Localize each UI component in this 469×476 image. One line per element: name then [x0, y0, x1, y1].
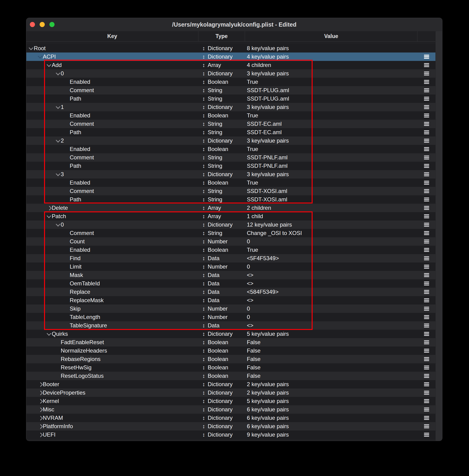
table-row[interactable]: UEFI ↕ Dictionary 9 key/value pairs	[26, 430, 436, 439]
row-menu-icon[interactable]	[424, 140, 429, 141]
disclosure-triangle-icon[interactable]	[65, 164, 70, 168]
row-menu-icon[interactable]	[424, 199, 429, 200]
type-dropdown-icon[interactable]: ↕	[201, 313, 206, 321]
table-row[interactable]: Path ↕ String SSDT-EC.aml	[26, 128, 436, 136]
table-row[interactable]: 3 ↕ Dictionary 3 key/value pairs	[26, 170, 436, 178]
type-dropdown-icon[interactable]: ↕	[201, 389, 206, 397]
type-dropdown-icon[interactable]: ↕	[201, 422, 206, 430]
table-row[interactable]: Enabled ↕ Boolean True	[26, 145, 436, 153]
row-menu-icon[interactable]	[424, 73, 429, 74]
table-row[interactable]: Skip ↕ Number 0	[26, 305, 436, 313]
row-menu-icon[interactable]	[424, 107, 429, 108]
disclosure-triangle-icon[interactable]	[65, 114, 70, 117]
row-menu-icon[interactable]	[424, 241, 429, 242]
type-dropdown-icon[interactable]: ↕	[201, 69, 206, 78]
type-dropdown-icon[interactable]: ↕	[201, 221, 206, 229]
type-dropdown-icon[interactable]: ↕	[201, 111, 206, 120]
disclosure-triangle-icon[interactable]	[65, 181, 70, 184]
type-dropdown-icon[interactable]: ↕	[201, 430, 206, 439]
table-row[interactable]: Patch ↕ Array 1 child	[26, 212, 436, 221]
column-header-key[interactable]: Key	[26, 31, 198, 41]
disclosure-triangle-icon[interactable]	[47, 64, 52, 67]
type-dropdown-icon[interactable]: ↕	[201, 170, 206, 178]
table-row[interactable]: Booter ↕ Dictionary 2 key/value pairs	[26, 380, 436, 389]
column-header-type[interactable]: Type	[198, 31, 245, 41]
type-dropdown-icon[interactable]: ↕	[201, 212, 206, 221]
row-menu-icon[interactable]	[424, 384, 429, 385]
table-row[interactable]: Enabled ↕ Boolean True	[26, 78, 436, 86]
table-row[interactable]: Count ↕ Number 0	[26, 237, 436, 246]
table-row[interactable]: ACPI ↕ Dictionary 4 key/value pairs	[26, 52, 436, 61]
type-dropdown-icon[interactable]: ↕	[201, 397, 206, 405]
row-menu-icon[interactable]	[424, 283, 429, 284]
row-menu-icon[interactable]	[424, 367, 429, 368]
disclosure-triangle-icon[interactable]	[38, 383, 43, 386]
disclosure-triangle-icon[interactable]	[29, 47, 34, 50]
disclosure-triangle-icon[interactable]	[65, 156, 70, 159]
type-dropdown-icon[interactable]: ↕	[201, 153, 206, 162]
table-row[interactable]: Root ↕ Dictionary 8 key/value pairs	[26, 44, 436, 52]
row-menu-icon[interactable]	[424, 434, 429, 435]
disclosure-triangle-icon[interactable]	[47, 215, 52, 218]
row-menu-icon[interactable]	[424, 308, 429, 309]
row-menu-icon[interactable]	[424, 65, 429, 66]
row-menu-icon[interactable]	[424, 233, 429, 234]
disclosure-triangle-icon[interactable]	[65, 80, 70, 84]
row-menu-icon[interactable]	[424, 182, 429, 183]
table-row[interactable]: Delete ↕ Array 2 children	[26, 204, 436, 212]
table-row[interactable]: Path ↕ String SSDT-PLUG.aml	[26, 95, 436, 103]
disclosure-triangle-icon[interactable]	[56, 374, 61, 377]
type-dropdown-icon[interactable]: ↕	[201, 52, 206, 61]
type-dropdown-icon[interactable]: ↕	[201, 363, 206, 372]
type-dropdown-icon[interactable]: ↕	[201, 246, 206, 254]
table-row[interactable]: Enabled ↕ Boolean True	[26, 111, 436, 120]
row-menu-icon[interactable]	[424, 149, 429, 150]
table-row[interactable]: Find ↕ Data <5F4F5349>	[26, 254, 436, 262]
table-row[interactable]: Comment ↕ String SSDT-XOSI.aml	[26, 187, 436, 195]
type-dropdown-icon[interactable]: ↕	[201, 380, 206, 389]
disclosure-triangle-icon[interactable]	[65, 282, 70, 285]
row-menu-icon[interactable]	[424, 165, 429, 166]
row-menu-icon[interactable]	[424, 266, 429, 267]
row-menu-icon[interactable]	[424, 409, 429, 410]
row-menu-icon[interactable]	[424, 258, 429, 259]
row-menu-icon[interactable]	[424, 275, 429, 275]
disclosure-triangle-icon[interactable]	[47, 332, 52, 336]
row-menu-icon[interactable]	[424, 224, 429, 225]
row-menu-icon[interactable]	[424, 359, 429, 359]
type-dropdown-icon[interactable]: ↕	[201, 288, 206, 296]
row-menu-icon[interactable]	[424, 291, 429, 292]
disclosure-triangle-icon[interactable]	[65, 189, 70, 193]
row-menu-icon[interactable]	[424, 174, 429, 175]
disclosure-triangle-icon[interactable]	[38, 399, 43, 403]
type-dropdown-icon[interactable]: ↕	[201, 178, 206, 187]
row-menu-icon[interactable]	[424, 207, 429, 208]
disclosure-triangle-icon[interactable]	[65, 290, 70, 293]
disclosure-triangle-icon[interactable]	[56, 223, 61, 226]
disclosure-triangle-icon[interactable]	[38, 408, 43, 411]
row-menu-icon[interactable]	[424, 333, 429, 334]
row-menu-icon[interactable]	[424, 123, 429, 124]
scrollbar-track[interactable]	[436, 31, 442, 441]
disclosure-triangle-icon[interactable]	[65, 231, 70, 235]
disclosure-triangle-icon[interactable]	[38, 433, 43, 436]
type-dropdown-icon[interactable]: ↕	[201, 296, 206, 305]
table-row[interactable]: PlatformInfo ↕ Dictionary 6 key/value pa…	[26, 422, 436, 430]
type-dropdown-icon[interactable]: ↕	[201, 162, 206, 170]
disclosure-triangle-icon[interactable]	[56, 366, 61, 369]
table-row[interactable]: Misc ↕ Dictionary 6 key/value pairs	[26, 405, 436, 414]
disclosure-triangle-icon[interactable]	[65, 89, 70, 92]
type-dropdown-icon[interactable]: ↕	[201, 321, 206, 330]
row-menu-icon[interactable]	[424, 401, 429, 402]
disclosure-triangle-icon[interactable]	[56, 173, 61, 176]
disclosure-triangle-icon[interactable]	[65, 240, 70, 243]
disclosure-triangle-icon[interactable]	[65, 273, 70, 277]
table-row[interactable]: Enabled ↕ Boolean True	[26, 246, 436, 254]
type-dropdown-icon[interactable]: ↕	[201, 128, 206, 136]
table-row[interactable]: DeviceProperties ↕ Dictionary 2 key/valu…	[26, 389, 436, 397]
type-dropdown-icon[interactable]: ↕	[201, 78, 206, 86]
table-row[interactable]: TableLength ↕ Number 0	[26, 313, 436, 321]
row-menu-icon[interactable]	[424, 90, 429, 91]
table-row[interactable]: RebaseRegions ↕ Boolean False	[26, 355, 436, 363]
table-row[interactable]: ReplaceMask ↕ Data <>	[26, 296, 436, 305]
